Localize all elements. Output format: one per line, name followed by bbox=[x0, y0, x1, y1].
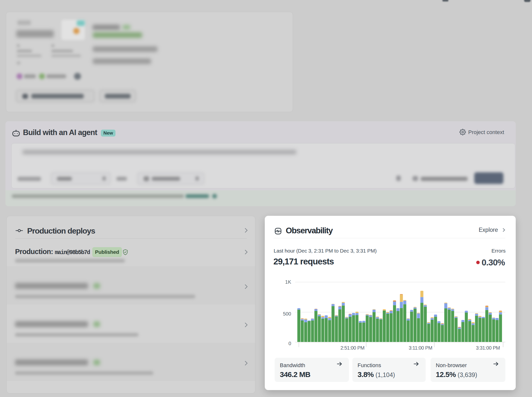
svg-text:3:31:00 PM: 3:31:00 PM bbox=[476, 345, 500, 351]
svg-text:0: 0 bbox=[288, 341, 291, 346]
svg-text:1K: 1K bbox=[285, 279, 291, 285]
svg-text:3:11:00 PM: 3:11:00 PM bbox=[409, 345, 432, 351]
svg-text:2:51:00 PM: 2:51:00 PM bbox=[341, 345, 364, 351]
svg-text:500: 500 bbox=[283, 311, 291, 317]
